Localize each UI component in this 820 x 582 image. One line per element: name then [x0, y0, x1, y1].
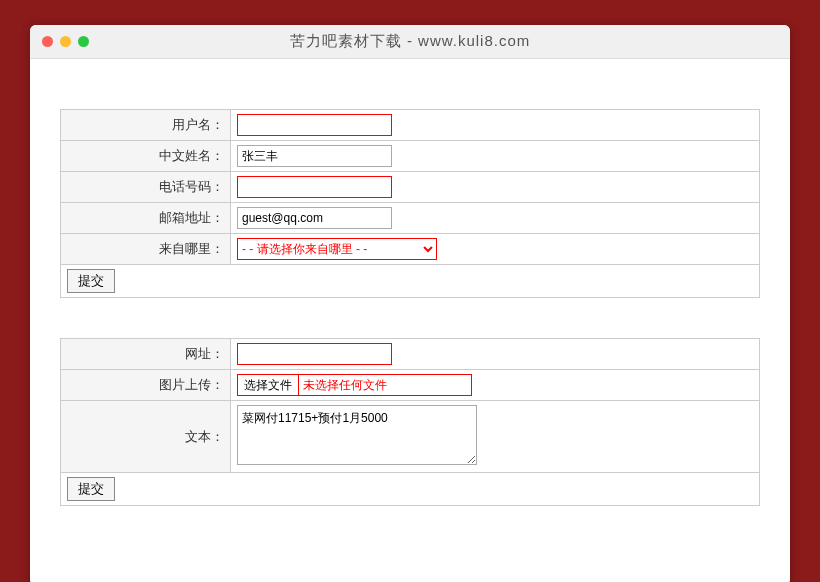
- select-from[interactable]: - - 请选择你来自哪里 - -: [237, 238, 437, 260]
- label-text: 文本：: [61, 401, 231, 473]
- row-from: 来自哪里： - - 请选择你来自哪里 - -: [61, 234, 760, 265]
- input-cnname[interactable]: [237, 145, 392, 167]
- label-email: 邮箱地址：: [61, 203, 231, 234]
- file-input-wrap[interactable]: 选择文件 未选择任何文件: [237, 374, 472, 396]
- input-phone[interactable]: [237, 176, 392, 198]
- label-from: 来自哪里：: [61, 234, 231, 265]
- row-url: 网址：: [61, 339, 760, 370]
- label-cnname: 中文姓名：: [61, 141, 231, 172]
- app-window: 苦力吧素材下载 - www.kuli8.com 用户名： 中文姓名： 电话号码：…: [30, 25, 790, 582]
- label-url: 网址：: [61, 339, 231, 370]
- minimize-icon[interactable]: [60, 36, 71, 47]
- input-email[interactable]: [237, 207, 392, 229]
- row-text: 文本：: [61, 401, 760, 473]
- label-phone: 电话号码：: [61, 172, 231, 203]
- input-url[interactable]: [237, 343, 392, 365]
- file-choose-button[interactable]: 选择文件: [238, 375, 299, 395]
- submit-button-1[interactable]: 提交: [67, 269, 115, 293]
- row-upload: 图片上传： 选择文件 未选择任何文件: [61, 370, 760, 401]
- form-user: 用户名： 中文姓名： 电话号码： 邮箱地址： 来自哪里： - - 请选择你来自哪…: [60, 109, 760, 298]
- submit-button-2[interactable]: 提交: [67, 477, 115, 501]
- row-cnname: 中文姓名：: [61, 141, 760, 172]
- textarea-text[interactable]: [237, 405, 477, 465]
- form-extra: 网址： 图片上传： 选择文件 未选择任何文件 文本： 提交: [60, 338, 760, 506]
- label-upload: 图片上传：: [61, 370, 231, 401]
- titlebar: 苦力吧素材下载 - www.kuli8.com: [30, 25, 790, 59]
- row-email: 邮箱地址：: [61, 203, 760, 234]
- traffic-lights: [42, 36, 89, 47]
- row-phone: 电话号码：: [61, 172, 760, 203]
- window-title: 苦力吧素材下载 - www.kuli8.com: [30, 32, 790, 51]
- input-username[interactable]: [237, 114, 392, 136]
- close-icon[interactable]: [42, 36, 53, 47]
- file-status-text: 未选择任何文件: [299, 377, 387, 394]
- content-area: 用户名： 中文姓名： 电话号码： 邮箱地址： 来自哪里： - - 请选择你来自哪…: [30, 59, 790, 582]
- row-username: 用户名：: [61, 110, 760, 141]
- label-username: 用户名：: [61, 110, 231, 141]
- maximize-icon[interactable]: [78, 36, 89, 47]
- row-submit-2: 提交: [61, 473, 760, 506]
- row-submit-1: 提交: [61, 265, 760, 298]
